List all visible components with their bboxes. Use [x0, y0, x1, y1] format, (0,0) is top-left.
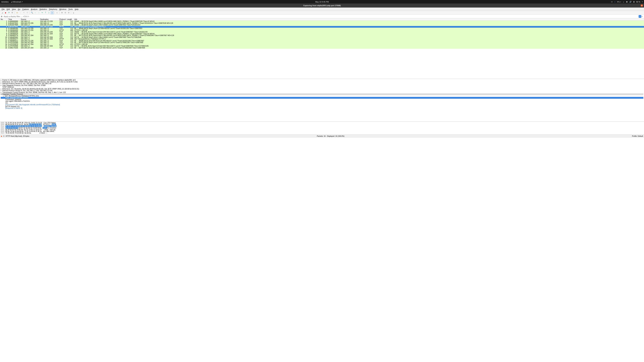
- tree-eth-inner[interactable]: ▸Ethernet II, Src: Routerbo_8d:d5:35 (48…: [1, 88, 643, 90]
- menu-go[interactable]: Go: [17, 8, 21, 10]
- filter-expression-button[interactable]: ▾: [639, 15, 641, 18]
- hex-row[interactable]: 00d0 65 6e 74 3a 20 4d 69 6b 72 6f 74 69…: [1, 131, 643, 132]
- packet-row[interactable]: 160.586174105159.148.147.204192.168.1.2T…: [0, 47, 644, 49]
- tree-tzsp[interactable]: TZSP: Ethernet: [1, 86, 643, 88]
- tree-http-request-num[interactable]: [HTTP request 1/1]: [1, 106, 643, 108]
- volume-icon[interactable]: 🔊: [630, 1, 632, 3]
- reload-button[interactable]: ⟲: [26, 11, 29, 14]
- menu-edit[interactable]: Edit: [6, 8, 11, 10]
- packet-row[interactable]: 30.051027804192.168.1.2159.148.172.226TC…: [0, 24, 644, 26]
- capture-options-button[interactable]: ⚙: [11, 11, 14, 14]
- tree-udp[interactable]: ▸User Datagram Protocol, Src Port: 60682…: [1, 85, 643, 86]
- menu-file[interactable]: File: [1, 8, 6, 10]
- bluetooth-icon[interactable]: ᚼ: [614, 1, 616, 3]
- menu-statistics[interactable]: Statistics: [38, 8, 48, 10]
- column-header[interactable]: No.: [0, 18, 8, 21]
- tree-ip-outer[interactable]: ▸Internet Protocol Version 4, Src: 192.1…: [1, 83, 643, 85]
- zoom-out-button[interactable]: ⊖: [64, 11, 67, 14]
- find-packet-button[interactable]: 🔍: [30, 11, 34, 14]
- tree-tcp[interactable]: ▸Transmission Control Protocol, Src Port…: [1, 92, 643, 93]
- statusbar-profile[interactable]: Profile: Default: [632, 135, 643, 137]
- menu-tools[interactable]: Tools: [68, 8, 74, 10]
- tree-frame[interactable]: ▸Frame 4: 235 bytes on wire (1880 bits),…: [1, 79, 643, 81]
- auto-scroll-button[interactable]: ≡: [51, 11, 54, 14]
- packet-row[interactable]: 100.340485442192.168.1.2159.148.147.204T…: [0, 36, 644, 38]
- hex-row[interactable]: 00b0 2e 63 6f 6d 0d 0a 43 6f 6e 6e 65 63…: [1, 127, 643, 129]
- input-language[interactable]: en₁ ▾: [617, 1, 621, 3]
- go-to-packet-button[interactable]: ↪: [40, 11, 44, 14]
- packet-row[interactable]: 110.340485477192.168.1.2159.148.147.204H…: [0, 38, 644, 40]
- tree-eth-outer[interactable]: ▸Ethernet II, Src: IETF-VRRP-VRID_01 (00…: [1, 81, 643, 83]
- start-capture-button[interactable]: ◢: [1, 11, 4, 14]
- packet-row[interactable]: 150.470792696192.168.1.2159.148.147.204T…: [0, 45, 644, 47]
- tree-http-full-uri[interactable]: [Full request URI: http://upgrade.mikrot…: [1, 104, 643, 106]
- close-file-button[interactable]: ✕: [22, 11, 25, 14]
- window-close-button[interactable]: ✕: [641, 4, 643, 7]
- packet-row[interactable]: 80.199366529192.168.1.2159.148.147.204TC…: [0, 33, 644, 35]
- packet-row[interactable]: 60.199366459159.148.172.226192.168.1.2HT…: [0, 29, 644, 31]
- column-header[interactable]: Protocol: [59, 18, 66, 21]
- save-file-button[interactable]: ▫: [19, 11, 22, 14]
- packet-row[interactable]: 20.051027631159.148.172.226192.168.1.2TC…: [0, 22, 644, 24]
- packet-row[interactable]: 120.340485511159.148.172.226192.168.1.2T…: [0, 40, 644, 42]
- resize-columns-button[interactable]: ⫼: [72, 11, 75, 14]
- hex-row[interactable]: 00a0 75 70 67 72 61 64 65 2e 6d 69 6b 72…: [1, 125, 643, 127]
- menu-capture[interactable]: Capture: [21, 8, 30, 10]
- packet-row[interactable]: 90.340485274159.148.147.204192.168.1.2TC…: [0, 35, 644, 36]
- tree-http-user-agent[interactable]: user-agent: Mikrotik/6.x Fetch\r\n: [1, 100, 643, 102]
- stop-capture-button[interactable]: ■: [4, 11, 7, 14]
- packet-row[interactable]: 130.470792569159.148.147.204192.168.1.2T…: [0, 42, 644, 43]
- display-filter-input[interactable]: [3, 15, 638, 18]
- open-file-button[interactable]: ▭: [16, 11, 18, 14]
- tree-http-crlf[interactable]: \r\n: [1, 102, 643, 104]
- packet-row[interactable]: 70.199366494192.168.1.2159.148.172.226TC…: [0, 31, 644, 33]
- tree-http-connection[interactable]: Connection: close\r\n: [1, 99, 643, 100]
- app-menu[interactable]: ◢ Wireshark ▾: [11, 1, 23, 3]
- brightness-icon[interactable]: ☼: [623, 1, 624, 3]
- hex-row[interactable]: 0090 48 54 54 50 2f 31 2e 31 0d 0a 48 6f…: [1, 124, 643, 125]
- packet-details-pane[interactable]: ▸Frame 4: 235 bytes on wire (1880 bits),…: [0, 79, 644, 122]
- wifi-icon[interactable]: ◉: [626, 1, 628, 3]
- column-header[interactable]: Time: [8, 18, 20, 21]
- tree-http-response-frame[interactable]: [Response in frame: 6]: [1, 107, 643, 109]
- clock[interactable]: May 10 9:45 PM: [315, 1, 329, 3]
- packet-row[interactable]: 10.000000000192.168.1.2159.148.172.226TC…: [0, 21, 644, 22]
- expert-info-indicator[interactable]: [1, 136, 2, 137]
- column-header[interactable]: Info: [74, 18, 644, 21]
- system-menu-chevron-icon[interactable]: ▾: [642, 1, 643, 2]
- go-back-button[interactable]: ←: [34, 11, 37, 14]
- column-header[interactable]: Length: [66, 18, 74, 21]
- packet-row[interactable]: 140.470792670159.148.147.204192.168.1.2H…: [0, 43, 644, 45]
- tree-http-host[interactable]: Host: upgrade.mikrotik.com\r\n: [1, 97, 643, 99]
- hex-row[interactable]: 0080 31 31 65 2d 4c 54 45 36 2f 6c 61 74…: [1, 122, 643, 124]
- restart-capture-button[interactable]: ⟳: [8, 11, 10, 14]
- packet-list-pane[interactable]: No.TimeSourceDestinationProtocolLengthIn…: [0, 18, 644, 79]
- packet-row[interactable]: 40.051027841192.168.1.2159.148.172.226HT…: [0, 26, 644, 28]
- packet-row[interactable]: 50.199366285159.148.172.226192.168.1.2TC…: [0, 28, 644, 29]
- battery-icon[interactable]: ▮: [634, 1, 634, 3]
- filter-bookmark-button[interactable]: ▣: [0, 15, 3, 17]
- column-header[interactable]: Destination: [40, 18, 59, 21]
- zoom-in-button[interactable]: ⊕: [60, 11, 64, 14]
- menu-telephony[interactable]: Telephony: [48, 8, 58, 10]
- activities-button[interactable]: Activities: [1, 1, 8, 3]
- screen-icon[interactable]: ▭: [611, 1, 613, 3]
- statusbar-prefs-icon[interactable]: ⚙: [3, 135, 5, 137]
- colorize-button[interactable]: ≡: [56, 11, 58, 14]
- hex-row[interactable]: 00e0 78 20 46 65 74 63 68 0d 0a 0d 0a x …: [1, 132, 643, 134]
- go-forward-button[interactable]: →: [37, 11, 40, 14]
- tree-ip-inner[interactable]: ▸Internet Protocol Version 4, Src: 192.1…: [1, 90, 643, 92]
- column-header[interactable]: Source: [20, 18, 40, 21]
- go-last-button[interactable]: ⤓: [47, 11, 50, 14]
- menu-help[interactable]: Help: [74, 8, 80, 10]
- filter-add-button[interactable]: +: [642, 15, 644, 17]
- menu-analyze[interactable]: Analyze: [30, 8, 38, 10]
- packet-bytes-pane[interactable]: 0080 31 31 65 2d 4c 54 45 36 2f 6c 61 74…: [0, 122, 644, 134]
- packet-table-header-row[interactable]: No.TimeSourceDestinationProtocolLengthIn…: [0, 18, 644, 21]
- hex-row[interactable]: 00c0 3a 20 63 6c 6f 73 65 0d 0a 75 73 65…: [1, 129, 643, 131]
- tree-http-get[interactable]: ▸GET /firmware/R11e-LTE6/latest HTTP/1.1…: [1, 95, 643, 97]
- menu-view[interactable]: View: [11, 8, 17, 10]
- go-first-button[interactable]: ⤒: [44, 11, 47, 14]
- tree-http[interactable]: ▾Hypertext Transfer Protocol: [1, 93, 643, 95]
- zoom-reset-button[interactable]: ⊜: [67, 11, 70, 14]
